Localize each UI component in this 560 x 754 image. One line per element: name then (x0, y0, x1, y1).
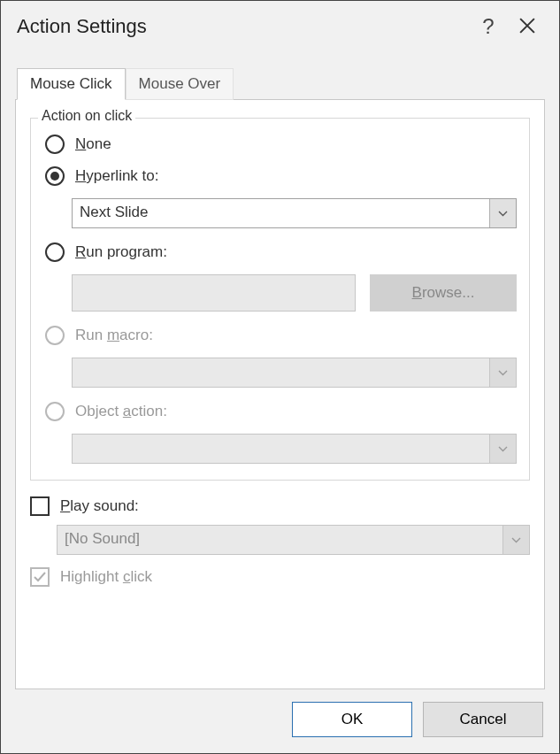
hyperlink-value: Next Slide (73, 199, 489, 227)
browse-label: Browse... (412, 284, 475, 302)
run-macro-value (73, 358, 489, 387)
play-sound-checkbox[interactable] (30, 496, 50, 516)
action-on-click-group: Action on click None Hyperlink to: Next … (30, 118, 530, 481)
close-icon (519, 18, 535, 34)
highlight-click-checkbox (30, 567, 50, 587)
radio-hyperlink-label: Hyperlink to: (75, 167, 158, 185)
run-macro-dropdown-button (489, 358, 516, 387)
radio-run-macro-label: Run macro: (75, 327, 153, 344)
run-program-input (72, 274, 356, 312)
tab-mouse-click[interactable]: Mouse Click (17, 68, 126, 100)
dialog-title: Action Settings (17, 15, 469, 38)
tab-bar: Mouse Click Mouse Over (17, 68, 559, 100)
sound-dropdown-button (502, 526, 529, 554)
radio-run-macro (45, 326, 65, 345)
radio-none-label: None (75, 135, 111, 153)
radio-run-program[interactable] (45, 242, 65, 262)
tab-mouse-over[interactable]: Mouse Over (126, 68, 234, 100)
browse-button: Browse... (370, 274, 517, 312)
hyperlink-dropdown-button[interactable] (489, 199, 516, 227)
radio-hyperlink-row[interactable]: Hyperlink to: (45, 166, 517, 186)
ok-button[interactable]: OK (292, 702, 412, 737)
radio-object-action-label: Object action: (75, 403, 167, 420)
radio-run-macro-row: Run macro: (45, 326, 517, 345)
object-action-combo (72, 434, 517, 464)
play-sound-row[interactable]: Play sound: (30, 496, 530, 516)
radio-run-program-row[interactable]: Run program: (45, 242, 517, 262)
sound-combo: [No Sound] (57, 525, 530, 555)
object-action-value (73, 435, 489, 463)
checkmark-icon (33, 570, 47, 584)
radio-run-program-label: Run program: (75, 243, 167, 261)
radio-hyperlink[interactable] (45, 166, 65, 186)
radio-none[interactable] (45, 135, 65, 154)
cancel-button[interactable]: Cancel (423, 702, 543, 737)
chevron-down-icon (498, 370, 508, 376)
hyperlink-combo[interactable]: Next Slide (72, 198, 517, 228)
highlight-click-row: Highlight click (30, 567, 530, 587)
chevron-down-icon (498, 211, 508, 217)
chevron-down-icon (498, 446, 508, 452)
highlight-click-label: Highlight click (60, 568, 152, 586)
run-macro-combo (72, 358, 517, 388)
object-action-dropdown-button (489, 435, 516, 463)
help-button[interactable]: ? (469, 14, 508, 39)
action-settings-dialog: Action Settings ? Mouse Click Mouse Over… (0, 0, 560, 754)
radio-object-action (45, 402, 65, 421)
titlebar: Action Settings ? (1, 1, 559, 50)
play-sound-label: Play sound: (60, 497, 139, 515)
run-program-row: Browse... (72, 274, 517, 312)
radio-none-row[interactable]: None (45, 135, 517, 154)
tab-panel: Action on click None Hyperlink to: Next … (15, 99, 545, 689)
group-label: Action on click (38, 108, 135, 124)
sound-value: [No Sound] (58, 526, 502, 554)
radio-object-action-row: Object action: (45, 402, 517, 421)
dialog-footer: OK Cancel (1, 689, 559, 753)
chevron-down-icon (511, 537, 521, 543)
close-button[interactable] (508, 18, 547, 36)
